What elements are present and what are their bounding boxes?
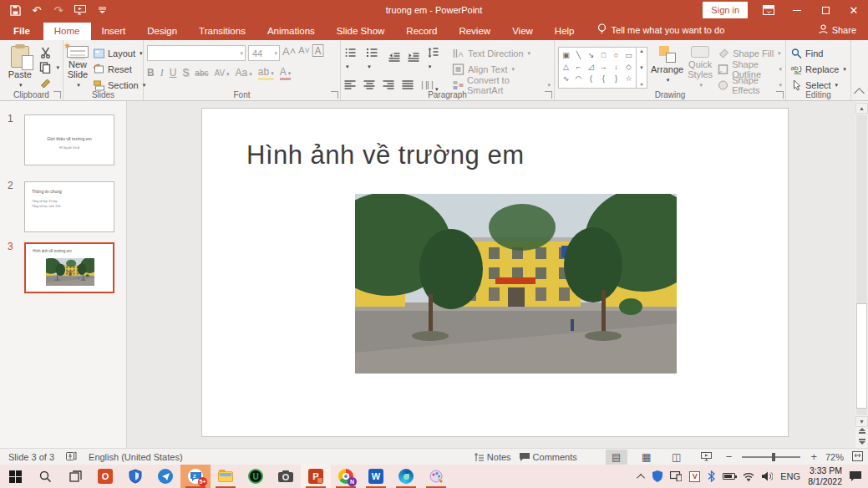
unikey-icon[interactable]: U [241, 465, 271, 488]
slide-thumbnail-1[interactable]: Giới thiệu về trường em HS Nguyễn Văn A [24, 114, 114, 165]
next-slide-button[interactable] [857, 436, 866, 447]
taskbar-search-icon[interactable] [30, 465, 60, 488]
action-center-icon[interactable] [850, 471, 861, 481]
tab-view[interactable]: View [501, 23, 544, 40]
slide-thumbnail-3[interactable]: Hình ảnh về trường em [24, 242, 114, 293]
shrink-font-icon[interactable]: A˅ [298, 45, 310, 61]
bold-button[interactable]: B [147, 67, 155, 79]
slideshow-view-button[interactable] [696, 450, 718, 465]
italic-button[interactable]: I [160, 67, 164, 79]
dialog-launcher-icon[interactable] [331, 91, 338, 99]
file-explorer-icon[interactable] [211, 465, 241, 488]
paint-3d-icon[interactable] [421, 465, 451, 488]
tab-slide-show[interactable]: Slide Show [326, 23, 396, 40]
tab-home[interactable]: Home [43, 23, 91, 40]
reading-view-button[interactable]: ◫ [666, 450, 688, 465]
copy-icon[interactable] [39, 62, 59, 74]
normal-view-button[interactable]: ▤ [606, 450, 627, 465]
align-text-button[interactable]: Align Text [452, 63, 551, 76]
camera-app-icon[interactable] [271, 465, 301, 488]
shape-outline-button[interactable]: Shape Outline [717, 63, 782, 76]
shape-gallery[interactable]: ▣╲↘□○▭ △⌐◿→↓◇ ∿◠({}☆ [558, 47, 637, 89]
zalo-icon[interactable]: Z 5+ [180, 465, 211, 488]
bullets-icon[interactable] [344, 47, 359, 70]
customize-qat-icon[interactable] [95, 3, 109, 17]
save-icon[interactable] [8, 3, 22, 17]
accessibility-checker-icon[interactable] [66, 451, 77, 463]
tray-clock[interactable]: 3:33 PM 8/1/2022 [808, 465, 842, 486]
zoom-in-icon[interactable]: + [810, 450, 817, 463]
decrease-indent-icon[interactable] [388, 52, 401, 65]
tab-animations[interactable]: Animations [256, 23, 326, 40]
antivirus-shield-icon[interactable] [120, 465, 150, 488]
replace-button[interactable]: abacReplace [789, 63, 846, 76]
slide-title-text[interactable]: Hình ảnh về trường em [246, 140, 524, 170]
wifi-icon[interactable] [743, 472, 754, 481]
arrange-button[interactable]: Arrange [651, 43, 683, 89]
sign-in-button[interactable]: Sign in [703, 2, 748, 18]
office-app-icon[interactable]: O [90, 465, 120, 488]
dialog-launcher-icon[interactable] [53, 91, 61, 99]
clear-formatting-icon[interactable]: 🄰 [312, 45, 323, 61]
zoom-slider[interactable] [742, 456, 800, 458]
scroll-up-icon[interactable]: ▲ [855, 103, 868, 114]
edge-icon[interactable] [391, 465, 421, 488]
new-slide-button[interactable]: New Slide [67, 43, 89, 89]
undo-icon[interactable]: ↶ [30, 3, 43, 17]
messenger-app-icon[interactable] [150, 465, 180, 488]
minimize-button[interactable] [783, 0, 811, 20]
numbering-icon[interactable] [366, 47, 381, 70]
redo-icon[interactable]: ↷ [52, 3, 65, 17]
font-color-button[interactable]: A [280, 66, 292, 80]
maximize-button[interactable] [811, 0, 840, 20]
start-button[interactable] [0, 465, 30, 488]
powerpoint-taskbar-icon[interactable]: P [301, 465, 331, 488]
grow-font-icon[interactable]: A˄ [282, 45, 296, 61]
previous-slide-button[interactable] [857, 425, 866, 436]
quick-styles-button[interactable]: Quick Styles [687, 43, 713, 89]
ribbon-display-options-icon[interactable] [754, 0, 783, 20]
word-icon[interactable]: W [361, 465, 391, 488]
school-photo-image[interactable] [355, 194, 677, 374]
start-slideshow-icon[interactable] [74, 3, 87, 17]
fit-slide-to-window-icon[interactable] [852, 451, 863, 463]
text-shadow-button[interactable]: S [182, 67, 189, 79]
battery-icon[interactable] [723, 473, 735, 480]
task-view-icon[interactable] [60, 465, 90, 488]
collapse-ribbon-icon[interactable] [854, 88, 865, 99]
tab-transitions[interactable]: Transitions [188, 23, 256, 40]
zoom-level[interactable]: 72% [825, 452, 844, 462]
find-button[interactable]: Find [789, 47, 846, 60]
underline-button[interactable]: U [170, 67, 177, 79]
change-case-button[interactable]: Aa [236, 67, 252, 79]
layout-button[interactable]: Layout [92, 47, 145, 60]
character-spacing-button[interactable]: AV [214, 69, 229, 78]
bluetooth-icon[interactable] [708, 470, 715, 482]
tray-security-shield-icon[interactable] [652, 470, 662, 482]
zoom-out-icon[interactable]: − [726, 450, 733, 463]
font-name-combo[interactable]: ▾ [147, 45, 246, 61]
tab-record[interactable]: Record [395, 23, 448, 40]
tab-review[interactable]: Review [448, 23, 501, 40]
dialog-launcher-icon[interactable] [776, 91, 784, 99]
tray-display-connect-icon[interactable] [670, 471, 682, 481]
dialog-launcher-icon[interactable] [545, 91, 552, 99]
language-status[interactable]: English (United States) [89, 452, 183, 462]
tab-design[interactable]: Design [136, 23, 188, 40]
tray-expand-chevron-icon[interactable] [639, 474, 645, 480]
close-button[interactable]: ✕ [840, 0, 868, 20]
comments-button[interactable]: Comments [520, 452, 577, 462]
zoom-slider-thumb[interactable] [772, 453, 775, 461]
slide-thumbnail-2[interactable]: Thông tin chung Tổng số lớp: 15 lớp Tổng… [24, 181, 114, 232]
tell-me-box[interactable]: Tell me what you want to do [597, 23, 725, 40]
scrollbar-thumb[interactable] [856, 303, 867, 409]
current-slide[interactable]: Hình ảnh về trường em [202, 109, 788, 436]
share-button[interactable]: Share [819, 24, 868, 40]
vertical-scrollbar[interactable]: ▲ ▼ [855, 101, 868, 448]
notes-button[interactable]: Notes [475, 452, 511, 462]
increase-indent-icon[interactable] [408, 52, 420, 65]
shape-gallery-scrollbar[interactable]: ▲▼▾ [637, 47, 647, 89]
shape-fill-button[interactable]: Shape Fill [717, 47, 782, 60]
paste-button[interactable]: Paste [3, 43, 36, 89]
highlight-button[interactable]: ab [258, 66, 274, 80]
